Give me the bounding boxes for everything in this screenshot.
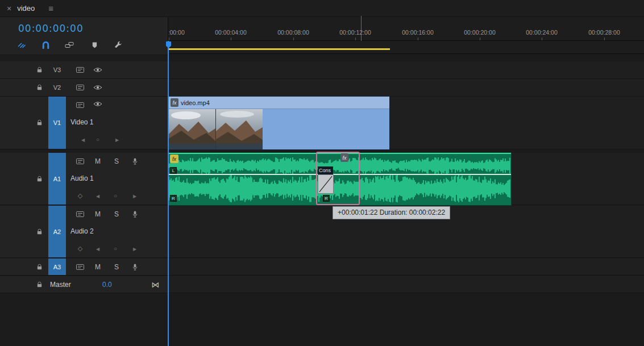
track-name: Audio 1 <box>70 174 94 182</box>
sync-lock-icon[interactable] <box>74 210 86 218</box>
trim-tooltip: +00:00:01:22 Duration: 00:00:02:22 <box>333 206 450 219</box>
track-lane-v2[interactable] <box>169 79 644 97</box>
track-lane-v3[interactable] <box>169 61 644 79</box>
track-header-a3: A3 M S <box>0 259 168 276</box>
track-header-v3: V3 <box>0 61 168 79</box>
lock-icon[interactable] <box>35 84 43 91</box>
prev-keyframe-icon[interactable]: ◀ <box>77 137 89 143</box>
linked-selection-icon[interactable] <box>64 40 74 50</box>
video-clip-name: video.mp4 <box>181 99 210 106</box>
lock-icon[interactable] <box>35 66 43 73</box>
track-output-eye-icon[interactable] <box>92 67 103 73</box>
track-target-a3[interactable]: A3 <box>48 259 66 275</box>
ruler-label: 00:00:20:00 <box>464 29 495 36</box>
render-bar <box>169 48 390 50</box>
snap-icon[interactable] <box>40 40 51 50</box>
solo-button[interactable]: S <box>111 210 122 218</box>
next-keyframe-icon[interactable]: ▶ <box>129 194 140 199</box>
lock-icon[interactable] <box>35 281 43 288</box>
track-name: Audio 2 <box>70 227 94 235</box>
video-clip-body[interactable] <box>169 109 389 149</box>
video-clip[interactable]: fx video.mp4 <box>169 97 389 149</box>
solo-button[interactable]: S <box>111 157 122 165</box>
track-lane-master[interactable] <box>169 276 644 293</box>
nest-toggle-icon[interactable] <box>16 40 27 50</box>
keyframe-controls: ◇ ◀ ○ ▶ <box>0 244 168 255</box>
ruler-label: 00:00:08:00 <box>277 29 309 36</box>
playhead-line[interactable] <box>168 41 169 346</box>
next-keyframe-icon[interactable]: ▶ <box>129 247 140 252</box>
work-area-bar[interactable] <box>169 41 644 54</box>
track-name: Video 1 <box>70 118 93 126</box>
track-header-v1: V1 Video 1 ◀ ○ ▶ <box>0 97 168 149</box>
sync-lock-icon[interactable] <box>74 263 86 271</box>
keyframe-controls: ◇ ◀ ○ ▶ <box>0 191 168 202</box>
add-marker-icon[interactable] <box>89 40 99 50</box>
ruler-label: 00:00:16:00 <box>402 29 433 36</box>
playhead-timecode[interactable]: 00:00:00:00 <box>18 23 84 34</box>
add-remove-keyframe-icon[interactable]: ○ <box>92 136 103 143</box>
time-ruler[interactable]: 00:00:00:00 00:00:04:00 00:00:08:00 00:0… <box>169 17 644 41</box>
timeline-settings-icon[interactable] <box>113 40 123 50</box>
timeline-panel: × video ≡ 00:00:00:00 <box>0 0 644 346</box>
track-header-v2: V2 <box>0 79 168 97</box>
ruler-label: 00:00:04:00 <box>215 29 246 36</box>
keyframe-controls: ◀ ○ ▶ <box>0 135 168 145</box>
lock-icon[interactable] <box>35 176 43 182</box>
ruler-label: 00:00:24:00 <box>526 29 557 36</box>
channel-right-badge: R <box>170 195 177 202</box>
timeline-toolbar <box>0 39 168 52</box>
fx-badge: fx <box>171 98 178 107</box>
crossfade-icon[interactable] <box>318 174 334 194</box>
master-level-value[interactable]: 0.0 <box>102 281 112 289</box>
track-target-v2[interactable]: V2 <box>48 79 66 96</box>
keyframe-type-icon[interactable]: ◇ <box>74 245 86 252</box>
master-track-label: Master <box>50 281 71 289</box>
mute-button[interactable]: M <box>92 263 103 271</box>
solo-button[interactable]: S <box>111 263 122 271</box>
next-keyframe-icon[interactable]: ▶ <box>111 137 123 143</box>
lock-icon[interactable] <box>35 228 43 235</box>
sync-lock-icon[interactable] <box>74 101 86 109</box>
track-header-panel: 00:00:00:00 V3 <box>0 17 168 346</box>
mute-button[interactable]: M <box>92 157 103 165</box>
track-header-a1: A1 M S Audio 1 ◇ ◀ ○ ▶ <box>0 153 168 205</box>
ruler-label: 00:00:00:00 <box>169 29 185 36</box>
voiceover-mic-icon[interactable] <box>129 157 140 165</box>
ruler-label: 00:00:12:00 <box>339 29 371 36</box>
sync-lock-icon[interactable] <box>74 66 86 74</box>
keyframe-type-icon[interactable]: ◇ <box>74 192 86 199</box>
prev-keyframe-icon[interactable]: ◀ <box>92 247 103 252</box>
audio-transition[interactable]: Cons <box>316 152 360 205</box>
add-remove-keyframe-icon[interactable]: ○ <box>110 193 121 199</box>
lock-icon[interactable] <box>35 119 43 126</box>
fx-badge: fx <box>170 155 178 163</box>
panel-tab-bar: × video ≡ <box>0 0 644 17</box>
track-lane-a3[interactable] <box>169 259 644 276</box>
track-output-eye-icon[interactable] <box>92 101 103 107</box>
prev-keyframe-icon[interactable]: ◀ <box>92 194 103 199</box>
panel-tab-title[interactable]: video <box>17 4 35 12</box>
track-target-v3[interactable]: V3 <box>48 61 66 78</box>
ruler-label: 00:00:28:00 <box>588 29 620 36</box>
mute-button[interactable]: M <box>92 210 103 218</box>
edit-point-marker-line <box>361 16 362 41</box>
pan-icon[interactable]: ⋈ <box>151 280 159 289</box>
sync-lock-icon[interactable] <box>74 84 86 91</box>
timeline-content: 00:00:00:00 00:00:04:00 00:00:08:00 00:0… <box>169 17 644 346</box>
add-remove-keyframe-icon[interactable]: ○ <box>110 245 121 252</box>
track-output-eye-icon[interactable] <box>92 85 103 90</box>
transition-name: Cons <box>318 166 333 174</box>
voiceover-mic-icon[interactable] <box>129 263 140 271</box>
video-clip-thumbnails <box>169 109 263 149</box>
track-header-master: Master 0.0 ⋈ <box>0 276 168 293</box>
close-panel-icon[interactable]: × <box>7 5 11 12</box>
lock-icon[interactable] <box>35 264 43 270</box>
video-clip-title-bar[interactable]: fx video.mp4 <box>169 97 389 109</box>
track-header-a2: A2 M S Audio 2 ◇ ◀ ○ ▶ <box>0 206 168 258</box>
panel-menu-icon[interactable]: ≡ <box>48 3 53 13</box>
voiceover-mic-icon[interactable] <box>129 210 140 218</box>
sync-lock-icon[interactable] <box>74 157 86 165</box>
channel-left-badge: L <box>170 167 177 174</box>
